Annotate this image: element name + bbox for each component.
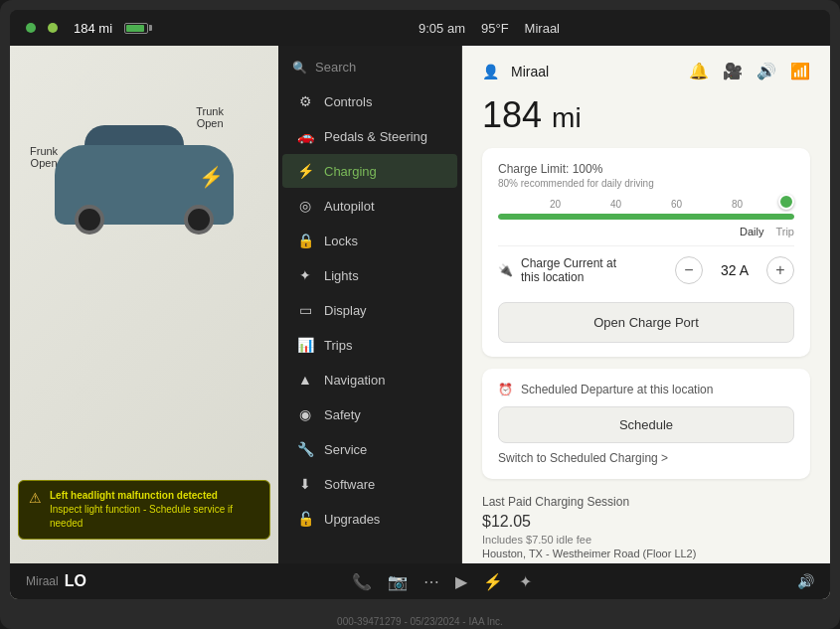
taskbar-left: Miraal LO (26, 572, 86, 590)
signal-icon[interactable]: 📶 (790, 62, 810, 80)
charge-limit-label: Charge Limit: 100% (498, 162, 794, 176)
sidebar-item-charging[interactable]: ⚡ Charging (282, 154, 457, 188)
scheduled-departure-section: ⏰ Scheduled Departure at this location S… (482, 369, 810, 479)
locks-label: Locks (324, 234, 358, 248)
status-dot-yellow (48, 23, 58, 33)
status-bar: 184 mi 9:05 am 95°F Miraal (10, 10, 830, 46)
sidebar-item-locks[interactable]: 🔒 Locks (282, 224, 457, 257)
status-range: 184 mi (74, 21, 112, 36)
status-time: 9:05 am (419, 21, 465, 36)
last-paid-title: Last Paid Charging Session (482, 495, 810, 509)
range-value: 184 (482, 94, 542, 135)
charging-panel: 👤 Miraal 🔔 🎥 🔊 📶 184 mi Charg (462, 46, 830, 599)
sidebar-item-upgrades[interactable]: 🔓 Upgrades (282, 502, 457, 536)
charging-label: Charging (324, 164, 377, 179)
software-icon: ⬇ (296, 476, 314, 492)
controls-label: Controls (324, 94, 372, 109)
user-icon: 👤 (482, 64, 499, 79)
notifications-icon[interactable]: 🔔 (689, 62, 709, 80)
sidebar-item-lights[interactable]: ✦ Lights (282, 258, 457, 292)
pedals-label: Pedals & Steering (324, 129, 427, 144)
media-icon[interactable]: ▶ (455, 572, 467, 591)
charge-slider-container[interactable]: 20 40 60 80 (498, 199, 794, 220)
scheduled-header: ⏰ Scheduled Departure at this location (498, 383, 794, 396)
slider-labels: 20 40 60 80 (498, 199, 794, 210)
last-paid-sub: Includes $7.50 idle fee (482, 534, 810, 546)
plug-icon: 🔌 (498, 263, 513, 277)
camera-icon[interactable]: 🎥 (723, 62, 743, 80)
daily-tab[interactable]: Daily (740, 226, 763, 237)
taskbar: Miraal LO 📞 📷 ⋯ ▶ ⚡ ✦ 🔊 (10, 563, 830, 599)
sidebar-item-navigation[interactable]: ▲ Navigation (282, 363, 457, 396)
sidebar-item-safety[interactable]: ◉ Safety (282, 397, 457, 431)
current-value: 32 A (715, 262, 755, 278)
sidebar-item-service[interactable]: 🔧 Service (282, 432, 457, 466)
main-content: Trunk Open Frunk Open (10, 46, 830, 599)
last-paid-amount: $12.05 (482, 513, 810, 531)
last-paid-section: Last Paid Charging Session $12.05 Includ… (482, 491, 810, 563)
autopilot-label: Autopilot (324, 199, 375, 214)
software-label: Software (324, 477, 375, 492)
sound-icon[interactable]: 🔊 (756, 62, 776, 80)
sidebar-item-display[interactable]: ▭ Display (282, 293, 457, 327)
status-temp: 95°F (481, 21, 509, 36)
pedals-icon: 🚗 (296, 128, 314, 144)
alert-banner: ⚠ Left headlight malfunction detected In… (18, 480, 270, 540)
camera-taskbar-icon[interactable]: 📷 (388, 572, 408, 591)
tesla-ui: 184 mi 9:05 am 95°F Miraal Trunk Open Fr… (10, 10, 830, 599)
car-wheel-fl (75, 205, 104, 235)
charge-current-label: 🔌 Charge Current atthis location (498, 256, 675, 284)
service-label: Service (324, 442, 367, 457)
navigation-icon: ▲ (296, 372, 314, 388)
range-unit: mi (552, 102, 582, 133)
charging-icon: ⚡ (296, 163, 314, 179)
slider-track[interactable] (498, 214, 794, 220)
phone-icon[interactable]: 📞 (352, 572, 372, 591)
upgrades-icon: 🔓 (296, 511, 314, 527)
last-paid-location: Houston, TX - Westheimer Road (Floor LL2… (482, 548, 810, 559)
panel-username: Miraal (511, 64, 677, 79)
sidebar-item-controls[interactable]: ⚙ Controls (282, 84, 457, 118)
screen-frame: 184 mi 9:05 am 95°F Miraal Trunk Open Fr… (0, 0, 840, 629)
slider-thumb[interactable] (778, 194, 794, 210)
charge-current-row: 🔌 Charge Current atthis location − 32 A … (498, 245, 794, 294)
switch-charging-link[interactable]: Switch to Scheduled Charging > (498, 451, 794, 465)
watermark: 000-39471279 - 05/23/2024 - IAA Inc. (337, 616, 503, 627)
increase-current-button[interactable]: + (766, 256, 794, 284)
sidebar-item-pedals[interactable]: 🚗 Pedals & Steering (282, 119, 457, 153)
user-bar: 👤 Miraal 🔔 🎥 🔊 📶 (482, 62, 810, 80)
apps-icon[interactable]: ⋯ (423, 572, 439, 591)
lo-indicator: LO (65, 572, 86, 590)
energy-icon[interactable]: ⚡ (483, 572, 503, 591)
locks-icon: 🔒 (296, 233, 314, 248)
lights-label: Lights (324, 268, 359, 283)
volume-icon[interactable]: 🔊 (797, 573, 814, 589)
search-bar[interactable]: 🔍 Search (278, 54, 461, 80)
charge-current-controls: − 32 A + (675, 256, 794, 284)
sidebar-item-software[interactable]: ⬇ Software (282, 467, 457, 501)
alert-text: Left headlight malfunction detected Insp… (50, 489, 259, 531)
open-charge-port-button[interactable]: Open Charge Port (498, 302, 794, 343)
schedule-button[interactable]: Schedule (498, 406, 794, 443)
decrease-current-button[interactable]: − (675, 256, 703, 284)
settings-icon[interactable]: ✦ (519, 572, 532, 591)
trip-tab[interactable]: Trip (775, 226, 794, 237)
lightning-icon: ⚡ (199, 165, 224, 189)
service-icon: 🔧 (296, 441, 314, 457)
volume-control[interactable]: 🔊 (797, 573, 814, 589)
car-image (30, 125, 258, 304)
status-username-top: Miraal (525, 21, 560, 36)
navigation-label: Navigation (324, 373, 385, 388)
trips-label: Trips (324, 338, 352, 353)
sidebar-item-trips[interactable]: 📊 Trips (282, 328, 457, 362)
controls-icon: ⚙ (296, 93, 314, 109)
left-panel: Trunk Open Frunk Open (10, 46, 278, 599)
car-name-label: Miraal (26, 574, 59, 588)
alert-triangle-icon: ⚠ (29, 490, 42, 506)
search-placeholder: Search (315, 60, 356, 75)
range-display: 184 mi (482, 94, 810, 136)
car-wheel-fr (184, 205, 214, 235)
sidebar-item-autopilot[interactable]: ◎ Autopilot (282, 189, 457, 223)
search-icon: 🔍 (292, 61, 307, 75)
autopilot-icon: ◎ (296, 198, 314, 214)
